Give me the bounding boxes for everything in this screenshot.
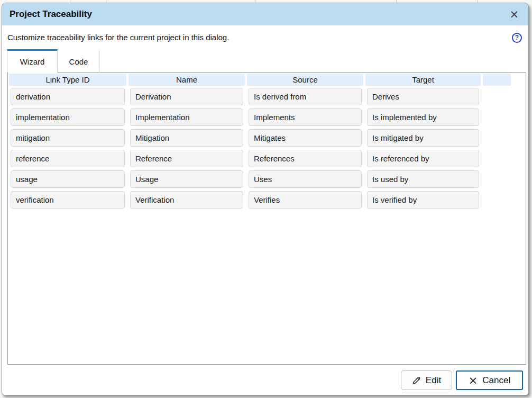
- edit-button-label: Edit: [426, 375, 441, 386]
- table-cell[interactable]: Verification: [130, 191, 243, 209]
- table-cell[interactable]: Implements: [249, 108, 362, 126]
- table-cell[interactable]: Reference: [130, 150, 243, 167]
- table-cell[interactable]: reference: [11, 150, 125, 167]
- table-cell[interactable]: implementation: [11, 108, 125, 126]
- table-row: usage Usage Uses Is used by: [9, 170, 526, 188]
- table-header-row: Link Type ID Name Source Target: [9, 74, 526, 86]
- tab-code[interactable]: Code: [58, 49, 100, 73]
- table-cell[interactable]: usage: [11, 170, 125, 188]
- dialog-titlebar: Project Traceability ×: [2, 3, 528, 25]
- table-row: reference Reference References Is refere…: [9, 150, 526, 167]
- cancel-button[interactable]: × Cancel: [456, 370, 523, 390]
- column-header-spacer: [483, 74, 511, 86]
- close-icon[interactable]: ×: [507, 9, 521, 20]
- edit-button[interactable]: Edit: [401, 370, 452, 390]
- footer-button-bar: Edit × Cancel: [401, 370, 523, 390]
- table-row: implementation Implementation Implements…: [9, 108, 526, 126]
- table-cell[interactable]: derivation: [11, 88, 125, 105]
- column-header-name: Name: [129, 74, 245, 86]
- table-row-spacer: [483, 129, 511, 147]
- table-cell[interactable]: Is mitigated by: [367, 129, 479, 147]
- table-cell[interactable]: mitigation: [11, 129, 125, 147]
- project-traceability-dialog: Project Traceability × Customize traceab…: [2, 3, 529, 395]
- table-row-spacer: [483, 150, 511, 167]
- cancel-button-label: Cancel: [482, 375, 510, 386]
- dialog-title: Project Traceability: [10, 9, 92, 20]
- table-row-spacer: [483, 88, 511, 105]
- table-cell[interactable]: Verifies: [249, 191, 362, 209]
- table-cell[interactable]: Uses: [249, 170, 362, 188]
- table-row: derivation Derivation Is derived from De…: [9, 88, 526, 105]
- tab-wizard[interactable]: Wizard: [7, 49, 58, 73]
- table-cell[interactable]: Implementation: [130, 108, 243, 126]
- table-cell[interactable]: Is used by: [367, 170, 479, 188]
- help-icon[interactable]: ?: [512, 33, 522, 43]
- table-cell[interactable]: Usage: [130, 170, 243, 188]
- table-row: mitigation Mitigation Mitigates Is mitig…: [9, 129, 526, 147]
- table-cell[interactable]: Is implemented by: [367, 108, 479, 126]
- column-header-link-type-id: Link Type ID: [9, 74, 126, 86]
- pencil-icon: [412, 376, 421, 385]
- table-body: derivation Derivation Is derived from De…: [9, 88, 526, 209]
- table-cell[interactable]: Mitigates: [249, 129, 362, 147]
- table-cell[interactable]: Is referenced by: [367, 150, 479, 167]
- table-cell[interactable]: Derives: [367, 88, 479, 105]
- table-row-spacer: [483, 108, 511, 126]
- table-cell[interactable]: Mitigation: [130, 129, 243, 147]
- dialog-description: Customize traceability links for the cur…: [7, 33, 229, 42]
- table-cell[interactable]: Derivation: [130, 88, 243, 105]
- table-cell[interactable]: verification: [11, 191, 125, 209]
- table-row-spacer: [483, 191, 511, 209]
- table-cell[interactable]: References: [249, 150, 362, 167]
- cancel-x-icon: ×: [469, 376, 478, 385]
- dialog-description-row: Customize traceability links for the cur…: [2, 25, 528, 48]
- column-header-source: Source: [247, 74, 363, 86]
- table-cell[interactable]: Is derived from: [249, 88, 362, 105]
- tab-content-panel: Link Type ID Name Source Target derivati…: [7, 72, 526, 365]
- table-cell[interactable]: Is verified by: [367, 191, 479, 209]
- table-row-spacer: [483, 170, 511, 188]
- column-header-target: Target: [365, 74, 481, 86]
- tab-bar: Wizard Code: [7, 49, 100, 73]
- table-row: verification Verification Verifies Is ve…: [9, 191, 526, 209]
